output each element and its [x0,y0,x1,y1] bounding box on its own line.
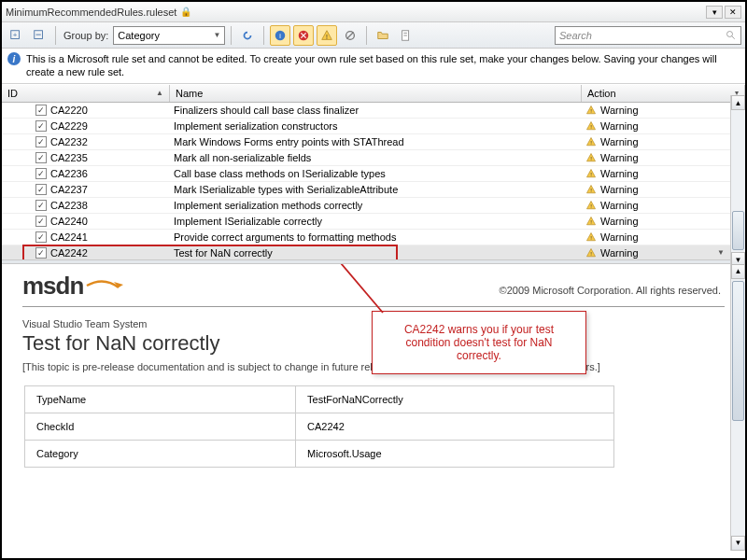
table-row[interactable]: ✓CA2237Mark ISerializable types with Ser… [2,182,745,198]
rule-action: Warning [600,216,639,227]
search-input[interactable]: Search [555,26,741,45]
rule-name: Mark ISerializable types with Serializab… [170,184,582,195]
rule-checkbox[interactable]: ✓ [35,168,47,179]
groupby-select[interactable]: Category ▼ [113,26,225,45]
chevron-down-icon: ▼ [213,31,220,39]
rule-name: Mark Windows Forms entry points with STA… [170,136,582,147]
rule-action: Warning [600,105,639,116]
info-icon: i [7,52,21,65]
warning-icon: ! [585,200,597,211]
rule-checkbox[interactable]: ✓ [35,184,47,195]
search-placeholder: Search [559,30,592,41]
chevron-down-icon[interactable]: ▼ [717,248,725,257]
scroll-thumb[interactable] [732,281,744,421]
rule-checkbox[interactable]: ✓ [35,216,47,227]
table-row[interactable]: ✓CA2235Mark all non-serializable fields!… [2,150,745,166]
rule-id: CA2220 [50,105,88,116]
svg-point-13 [727,31,733,36]
table-row[interactable]: ✓CA2241Provide correct arguments to form… [2,230,745,245]
toolbar: + Group by: Category ▼ i ! Search [2,22,745,49]
toolbar-divider [231,26,232,45]
scroll-down-button[interactable]: ▼ [731,536,745,551]
swoosh-icon [85,280,124,301]
toolbar-divider [263,26,264,45]
column-header-name[interactable]: Name [170,85,582,102]
rule-action: Warning [600,152,639,163]
properties-button[interactable] [396,25,416,46]
table-row[interactable]: ✓CA2238Implement serialization methods c… [2,198,745,214]
rule-checkbox[interactable]: ✓ [35,231,47,243]
rule-id: CA2232 [50,136,88,147]
table-row[interactable]: ✓CA2242Test for NaN correctly!Warning▼ [2,245,745,259]
rule-id: CA2241 [50,231,88,243]
scroll-track[interactable] [731,110,745,252]
rule-name: Mark all non-serializable fields [170,152,582,163]
warning-icon: ! [585,184,597,195]
rule-id: CA2236 [50,168,88,179]
expand-all-button[interactable]: + [6,25,26,46]
window-dropdown-button[interactable]: ▾ [706,6,723,19]
sort-asc-icon: ▲ [156,89,163,97]
warning-icon: ! [585,231,597,243]
rule-checkbox[interactable]: ✓ [35,152,47,163]
info-bar: i This is a Microsoft rule set and canno… [2,49,745,84]
scroll-up-button[interactable]: ▲ [731,264,745,279]
scroll-track[interactable] [731,279,745,536]
rule-action: Warning [600,168,639,179]
annotation-callout: CA2242 warns you if your test condition … [372,311,586,374]
rule-action: Warning [600,200,639,211]
svg-text:!: ! [326,33,328,39]
scroll-up-button[interactable]: ▲ [731,95,745,110]
svg-text:+: + [13,30,18,38]
property-key: TypeName [25,385,296,413]
rules-grid: ✓CA2220Finalizers should call base class… [2,103,745,259]
window-close-button[interactable]: ✕ [725,6,741,19]
property-row: TypeNameTestForNaNCorrectly [25,385,614,413]
column-header-action[interactable]: Action▾ [582,85,745,102]
horizontal-rule [22,306,725,307]
rule-action: Warning [600,120,639,132]
search-icon [726,30,737,41]
lock-icon: 🔒 [180,7,191,17]
rule-checkbox[interactable]: ✓ [35,200,47,211]
filter-warning-button[interactable]: ! [317,25,337,46]
collapse-all-button[interactable] [29,25,49,46]
warning-icon: ! [585,105,597,116]
warning-icon: ! [585,247,597,259]
warning-icon: ! [585,120,597,132]
rule-action: Warning [600,247,639,259]
toolbar-divider [55,26,56,45]
toolbar-divider [366,26,367,45]
rule-action: Warning [600,231,639,243]
rule-checkbox[interactable]: ✓ [35,120,47,132]
rule-checkbox[interactable]: ✓ [35,136,47,147]
grid-scrollbar[interactable]: ▲ ▼ [730,95,745,267]
warning-icon: ! [585,136,597,147]
refresh-button[interactable] [237,25,258,46]
warning-icon: ! [585,216,597,227]
rule-checkbox[interactable]: ✓ [35,247,47,259]
table-row[interactable]: ✓CA2232Mark Windows Forms entry points w… [2,134,745,150]
warning-icon: ! [585,168,597,179]
property-row: CategoryMicrosoft.Usage [25,440,614,467]
rule-name: Implement ISerializable correctly [170,216,582,227]
table-row[interactable]: ✓CA2229Implement serialization construct… [2,119,745,134]
rule-id: CA2240 [50,216,88,227]
filter-none-button[interactable] [340,25,360,46]
filter-error-button[interactable] [293,25,314,46]
property-value: Microsoft.Usage [296,440,614,467]
scroll-thumb[interactable] [732,211,744,250]
grid-header: ID▲ Name Action▾ [2,84,745,103]
table-row[interactable]: ✓CA2240Implement ISerializable correctly… [2,214,745,230]
table-row[interactable]: ✓CA2236Call base class methods on ISeria… [2,166,745,182]
filter-info-button[interactable]: i [270,25,290,46]
rule-name: Finalizers should call base class finali… [170,105,582,116]
title-bar: MinimumRecommendedRules.ruleset 🔒 ▾ ✕ [2,2,745,22]
table-row[interactable]: ✓CA2220Finalizers should call base class… [2,103,745,119]
open-folder-button[interactable] [373,25,393,46]
rule-checkbox[interactable]: ✓ [35,105,47,116]
warning-icon: ! [585,152,597,163]
copyright-text: ©2009 Microsoft Corporation. All rights … [500,285,721,296]
column-header-id[interactable]: ID▲ [2,85,170,102]
doc-scrollbar[interactable]: ▲ ▼ [730,264,745,551]
